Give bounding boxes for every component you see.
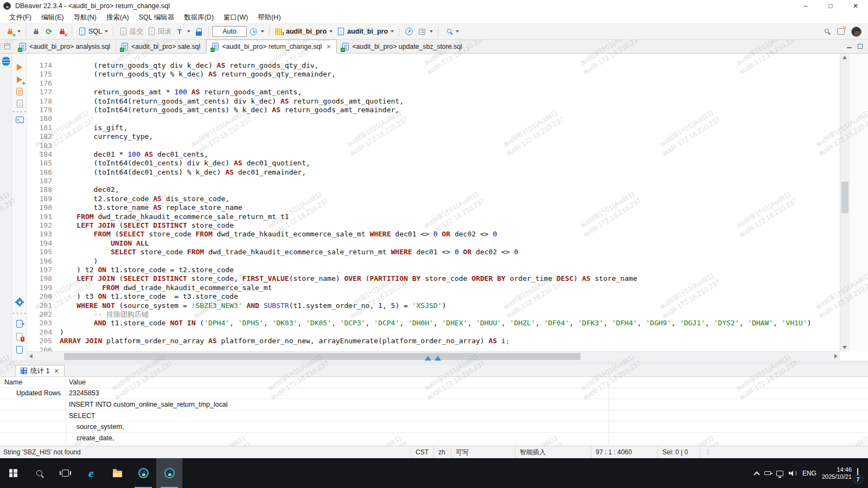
status-caret-position[interactable]: 97 : 1 : 4060 [591,446,658,458]
splitter-up-arrow-icon[interactable] [425,356,431,361]
chevron-down-icon[interactable] [430,30,433,33]
result-row[interactable]: source_system, [0,421,868,433]
vertical-scroll-thumb[interactable] [841,182,848,213]
dbeaver-taskbar-button-active[interactable] [156,458,182,488]
chevron-down-icon[interactable] [456,30,459,33]
chevron-down-icon[interactable] [391,30,394,33]
menu-item[interactable]: SQL 编辑器 [134,12,180,23]
disconnect-button[interactable]: ✕ [55,25,68,37]
file-explorer-button[interactable] [104,458,130,488]
rollback-button[interactable]: 回滚 [145,25,173,37]
commit-button[interactable]: 提交 [117,25,145,37]
minimize-view-icon[interactable] [847,44,852,49]
column-header-name[interactable]: Name [0,377,66,388]
open-perspective-button[interactable] [836,27,846,36]
transaction-log-button[interactable] [173,25,192,37]
dashboard-button[interactable] [403,25,416,37]
maximize-view-icon[interactable] [858,44,863,49]
transaction-history-button[interactable] [247,25,266,37]
usb-tray-icon[interactable] [764,471,771,475]
panel-splitter[interactable] [0,361,868,365]
lock-button[interactable] [192,25,205,37]
tab-close-icon[interactable]: ✕ [54,368,59,375]
vertical-scrollbar[interactable] [840,54,849,351]
result-value-cell: 23245853 [66,389,868,397]
input-language[interactable]: ENG [802,470,816,477]
connect-button[interactable] [29,25,42,37]
database-selector[interactable]: audit_bi_pro [273,25,334,37]
menu-item[interactable]: 导航(N) [69,12,101,23]
editor-tab[interactable]: <audit_bi_pro> analysis.sql [14,40,116,53]
menu-item[interactable]: 窗口(W) [219,12,253,23]
horizontal-scrollbar[interactable] [27,351,840,361]
scroll-up-arrow[interactable] [843,56,847,59]
server-tools-button[interactable] [416,25,435,37]
minimize-button[interactable]: – [793,0,818,12]
statistics-tab[interactable]: 统计 1 ✕ [15,365,65,376]
chevron-down-icon[interactable] [17,30,21,33]
scroll-right-arrow[interactable] [834,354,838,358]
validate-script-button[interactable] [15,332,24,342]
chevron-down-icon[interactable] [329,30,333,33]
execute-script-button[interactable] [15,87,24,97]
scroll-left-arrow[interactable] [29,354,33,358]
status-writable[interactable]: 可写 [451,446,515,458]
editor-settings-button[interactable] [15,297,24,307]
toolbar-drag-handle[interactable] [15,309,24,319]
new-connection-button[interactable]: + [3,25,22,37]
chevron-down-icon[interactable] [105,30,108,33]
export-data-button[interactable] [15,319,24,329]
open-sql-console-button[interactable] [15,115,24,125]
rollback-label: 回滚 [158,27,171,36]
dbeaver-taskbar-button[interactable] [130,458,156,488]
taskbar-clock[interactable]: 14:46 2025/10/21 [822,466,852,480]
splitter-up-arrow-icon[interactable] [435,356,441,361]
menu-item[interactable]: 帮助(H) [253,12,285,23]
horizontal-scroll-thumb[interactable] [64,353,580,360]
search-metadata-button[interactable] [442,25,461,37]
start-button[interactable] [0,458,26,488]
menu-item[interactable]: 数据库(D) [179,12,219,23]
result-row[interactable]: INSERT INTO custom_online_sale_return_tm… [0,399,868,410]
sql-editor-button[interactable]: SQL [75,25,110,37]
task-view-button[interactable] [52,458,78,488]
database-navigator-icon[interactable] [2,57,10,66]
internet-explorer-button[interactable] [78,458,104,488]
view-menu-button[interactable] [0,40,14,53]
commit-mode-selector[interactable]: Auto [212,26,247,37]
status-insert-mode[interactable]: 智能插入 [515,446,591,458]
taskbar-search-button[interactable] [26,458,52,488]
volume-tray-icon[interactable] [789,470,797,477]
action-center-button[interactable]: 7 [857,468,858,478]
user-avatar[interactable] [851,27,861,37]
network-tray-icon[interactable] [776,471,783,476]
editor-tab[interactable]: <audit_bi_pro> sale.sql [116,40,206,53]
execute-new-tab-button[interactable]: + [15,75,24,85]
tray-expand-icon[interactable] [754,471,760,477]
execute-statement-button[interactable] [15,62,24,72]
code-text [52,346,60,352]
status-overflow-icon[interactable]: ⋮ [700,446,716,458]
chevron-down-icon[interactable] [261,30,264,33]
reconnect-button[interactable]: ⟳ [42,25,55,37]
line-number: 183 [27,142,52,150]
menu-item[interactable]: 编辑(E) [36,12,69,23]
menu-item[interactable]: 搜索(A) [101,12,134,23]
editor-tab[interactable]: <audit_bi_pro> update_sbz_store.sql [337,40,468,53]
maximize-button[interactable]: □ [818,0,843,12]
close-button[interactable]: ✕ [843,0,868,12]
document-button[interactable] [15,345,24,355]
column-header-value[interactable]: Value [66,378,868,386]
menu-item[interactable]: 文件(F) [4,12,36,23]
result-row[interactable]: create_date, [0,433,868,444]
editor-tab[interactable]: <audit_bi_pro> return_change.sql✕ [206,40,337,54]
result-row[interactable]: SELECT [0,410,868,422]
quick-search-button[interactable] [821,27,831,36]
line-number: 197 [27,266,52,274]
result-row[interactable]: Updated Rows23245853 [0,388,868,400]
tab-close-icon[interactable]: ✕ [326,43,331,50]
scroll-down-arrow[interactable] [843,346,847,349]
schema-selector[interactable]: audit_bi_pro [334,25,395,37]
sql-code-editor[interactable]: 174 (return_goods_qty div k_dec) AS retu… [27,54,840,351]
chevron-down-icon[interactable] [187,30,190,33]
